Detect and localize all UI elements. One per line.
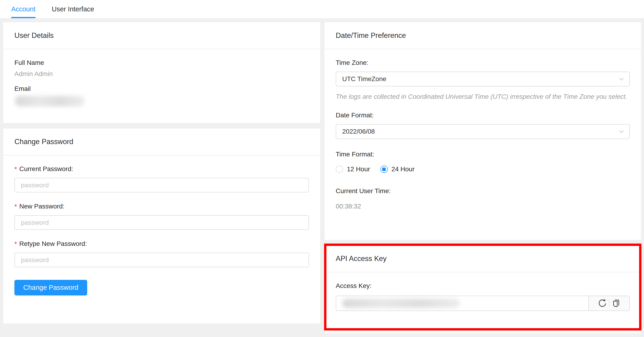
copy-key-button[interactable] xyxy=(609,297,623,310)
radio-24-hour-label: 24 Hour xyxy=(392,166,415,173)
settings-page: User Details Full Name Admin Admin Email… xyxy=(0,18,644,333)
user-details-header: User Details xyxy=(3,22,320,49)
date-format-select-value: 2022/06/08 xyxy=(342,128,375,135)
chevron-down-icon xyxy=(618,76,625,82)
current-password-input[interactable] xyxy=(14,178,309,192)
date-format-label: Date Format: xyxy=(336,112,630,119)
access-key-input-group xyxy=(336,296,630,311)
email-label: Email xyxy=(14,85,309,92)
tab-bar: Account User Interface xyxy=(0,0,644,18)
new-password-label: New Password: xyxy=(19,203,65,210)
change-password-card: Change Password * Current Password: * Ne… xyxy=(3,128,320,324)
chevron-down-icon xyxy=(618,128,625,135)
timezone-label: Time Zone: xyxy=(336,59,630,66)
tab-account[interactable]: Account xyxy=(11,0,36,18)
refresh-icon xyxy=(597,298,607,309)
timezone-select[interactable]: UTC TimeZone xyxy=(336,72,630,86)
current-password-label-row: * Current Password: xyxy=(14,165,309,173)
user-details-title: User Details xyxy=(14,32,54,40)
utc-note: The logs are collected in Coordinated Un… xyxy=(336,92,630,101)
tab-user-interface-label: User Interface xyxy=(52,5,94,13)
retype-password-label: Retype New Password: xyxy=(19,240,87,248)
current-user-time-label: Current User Time: xyxy=(336,187,630,195)
change-password-title: Change Password xyxy=(14,138,73,146)
radio-option-24-hour[interactable]: 24 Hour xyxy=(380,166,415,173)
change-password-header: Change Password xyxy=(3,128,320,156)
tab-user-interface[interactable]: User Interface xyxy=(52,0,94,18)
copy-icon xyxy=(611,298,621,309)
current-password-label: Current Password: xyxy=(19,165,73,173)
tab-account-label: Account xyxy=(11,5,36,13)
access-key-value-redacted xyxy=(342,299,460,308)
access-key-input[interactable] xyxy=(336,296,588,311)
new-password-label-row: * New Password: xyxy=(14,203,309,210)
api-access-key-title: API Access Key xyxy=(336,254,387,263)
access-key-label: Access Key: xyxy=(336,282,630,290)
api-access-key-section: API Access Key Access Key: xyxy=(324,246,641,333)
time-format-radio-group: 12 Hour 24 Hour xyxy=(336,166,630,173)
new-password-input[interactable] xyxy=(14,215,309,230)
api-access-key-card: API Access Key Access Key: xyxy=(324,246,641,333)
radio-12-hour-label: 12 Hour xyxy=(347,166,370,173)
email-value-redacted xyxy=(15,96,85,106)
full-name-label: Full Name xyxy=(14,59,309,66)
required-marker: * xyxy=(14,203,17,210)
regenerate-key-button[interactable] xyxy=(596,297,609,310)
date-format-select[interactable]: 2022/06/08 xyxy=(336,124,630,139)
retype-password-input[interactable] xyxy=(14,253,309,267)
current-user-time-value: 00:38:32 xyxy=(336,203,630,210)
access-key-actions xyxy=(588,296,630,311)
change-password-button[interactable]: Change Password xyxy=(14,280,87,296)
radio-option-12-hour[interactable]: 12 Hour xyxy=(336,166,370,173)
retype-password-label-row: * Retype New Password: xyxy=(14,240,309,248)
required-marker: * xyxy=(14,165,17,173)
radio-12-hour[interactable] xyxy=(336,166,343,173)
datetime-preference-header: Date/Time Preference xyxy=(324,22,641,49)
api-access-key-header: API Access Key xyxy=(324,246,641,272)
datetime-preference-card: Date/Time Preference Time Zone: UTC Time… xyxy=(324,22,641,240)
full-name-value: Admin Admin xyxy=(14,70,309,78)
radio-24-hour[interactable] xyxy=(380,166,388,173)
user-details-card: User Details Full Name Admin Admin Email xyxy=(3,22,320,123)
time-format-label: Time Format: xyxy=(336,150,630,158)
timezone-select-value: UTC TimeZone xyxy=(342,75,386,83)
datetime-preference-title: Date/Time Preference xyxy=(336,32,406,40)
required-marker: * xyxy=(14,240,17,248)
